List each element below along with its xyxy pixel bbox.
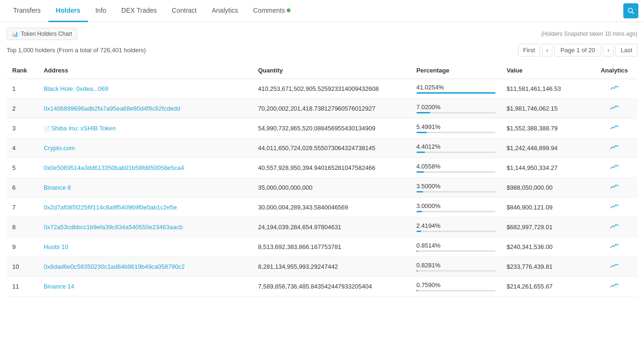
percentage-value: 3.0000%	[416, 202, 495, 209]
address-link[interactable]: Binance 8	[44, 184, 71, 191]
col-header-percentage: Percentage	[411, 62, 501, 79]
main-content: 📊 Token Holders Chart (Holders Snapshot …	[0, 22, 644, 302]
rank-cell: 11	[7, 277, 38, 297]
analytics-chart-icon[interactable]	[610, 263, 619, 271]
snapshot-info: (Holders Snapshot taken 10 mins ago)	[541, 31, 637, 37]
table-row: 1Black Hole: 0xdea...069410,253,671,502,…	[7, 79, 637, 99]
percentage-cell: 3.5000%	[411, 178, 501, 198]
percentage-value: 3.5000%	[416, 183, 495, 190]
analytics-chart-icon[interactable]	[610, 243, 619, 251]
tab-comments[interactable]: Comments	[246, 0, 298, 22]
analytics-cell	[591, 158, 637, 178]
percentage-cell: 7.0200%	[411, 99, 501, 119]
address-link[interactable]: 0x2d7af085f2256f114c8a9f540969f0e0ab1c2e…	[44, 204, 177, 211]
table-row: 6Binance 835,000,000,000,0003.5000%$988,…	[7, 178, 637, 198]
percentage-cell: 41.0254%	[411, 79, 501, 99]
value-cell: $11,581,461,146.53	[501, 79, 591, 99]
quantity-cell: 40,557,928,950,394.940165281047582466	[252, 158, 411, 178]
analytics-cell	[591, 277, 637, 297]
analytics-chart-icon[interactable]	[610, 144, 619, 152]
analytics-chart-icon[interactable]	[610, 104, 619, 112]
value-cell: $1,552,388,388.79	[501, 119, 591, 138]
rank-cell: 5	[7, 158, 38, 178]
quantity-cell: 410,253,671,502,905.525923314009432608	[252, 79, 411, 99]
rank-cell: 7	[7, 198, 38, 217]
next-page-button[interactable]: ›	[603, 44, 613, 56]
tab-transfers[interactable]: Transfers	[6, 0, 48, 22]
address-link[interactable]: 0x72a53cdbbcc1b9efa39c834a540550e23463aa…	[44, 224, 183, 231]
tab-info[interactable]: Info	[88, 0, 114, 22]
analytics-chart-icon[interactable]	[610, 203, 619, 211]
percentage-cell: 3.0000%	[411, 198, 501, 217]
quantity-cell: 7,589,856,736,485.843542447933205404	[252, 277, 411, 297]
percentage-cell: 0.8514%	[411, 237, 501, 257]
value-cell: $1,981,746,062.15	[501, 99, 591, 119]
tab-analytics[interactable]: Analytics	[204, 0, 246, 22]
percentage-cell: 5.4991%	[411, 119, 501, 138]
address-link[interactable]: Huobi 10	[44, 243, 68, 250]
nav-tabs: Transfers Holders Info DEX Trades Contra…	[0, 0, 644, 22]
rank-cell: 6	[7, 178, 38, 198]
address-link[interactable]: Crypto.com	[44, 144, 75, 152]
percentage-bar-fill	[416, 191, 423, 193]
first-page-button[interactable]: First	[518, 44, 540, 56]
percentage-cell: 4.4012%	[411, 138, 501, 158]
percentage-cell: 0.8281%	[411, 257, 501, 277]
percentage-bar-fill	[416, 152, 425, 153]
address-link[interactable]: Binance 14	[44, 283, 74, 290]
rank-cell: 8	[7, 217, 38, 237]
percentage-bar-fill	[416, 112, 430, 113]
address-link[interactable]: 0x0e5069514a3dd613350bab01b58fd850058e5c…	[44, 164, 184, 171]
analytics-chart-icon[interactable]	[610, 164, 619, 172]
holders-table: Rank Address Quantity Percentage Value A…	[7, 62, 637, 297]
analytics-chart-icon[interactable]	[610, 282, 619, 290]
table-row: 4Crypto.com44,011,650,724,028.5550730643…	[7, 138, 637, 158]
analytics-chart-icon[interactable]	[610, 85, 619, 93]
percentage-bar-bg	[416, 270, 495, 272]
address-cell: Huobi 10	[38, 237, 252, 257]
tab-contract[interactable]: Contract	[165, 0, 204, 22]
tab-dex-trades[interactable]: DEX Trades	[114, 0, 164, 22]
percentage-bar-fill	[416, 290, 418, 291]
col-header-analytics: Analytics	[591, 62, 637, 79]
col-header-address: Address	[38, 62, 252, 79]
analytics-cell	[591, 119, 637, 138]
value-cell: $233,776,439.81	[501, 257, 591, 277]
percentage-value: 0.7590%	[416, 281, 495, 289]
rank-cell: 2	[7, 99, 38, 119]
value-cell: $214,261,655.67	[501, 277, 591, 297]
table-row: 100x6dad6e0c58350230c1ad84b9619b49ca0587…	[7, 257, 637, 277]
analytics-cell	[591, 217, 637, 237]
analytics-cell	[591, 79, 637, 99]
percentage-bar-bg	[416, 92, 495, 94]
address-link[interactable]: 0x1406899696adb2fa7a95ea68e80d4f9c82fcde…	[44, 105, 181, 112]
table-row: 3📄Shiba Inu: xSHIB Token54,990,732,865,5…	[7, 119, 637, 138]
percentage-bar-fill	[416, 250, 418, 252]
address-cell: Binance 14	[38, 277, 252, 297]
address-link[interactable]: 📄Shiba Inu: xSHIB Token	[44, 125, 116, 132]
analytics-chart-icon[interactable]	[610, 223, 619, 231]
prev-page-button[interactable]: ‹	[542, 44, 552, 56]
pagination: First ‹ Page 1 of 20 › Last	[518, 44, 637, 56]
page-info: Page 1 of 20	[554, 44, 601, 56]
address-link[interactable]: 0x6dad6e0c58350230c1ad84b9619b49ca058790…	[44, 263, 185, 270]
last-page-button[interactable]: Last	[615, 44, 637, 56]
table-row: 80x72a53cdbbcc1b9efa39c834a540550e23463a…	[7, 217, 637, 237]
search-button[interactable]	[623, 3, 638, 18]
token-holders-chart-button[interactable]: 📊 Token Holders Chart	[7, 28, 77, 40]
address-link[interactable]: Black Hole: 0xdea...069	[44, 85, 108, 92]
percentage-value: 7.0200%	[416, 104, 495, 111]
file-icon: 📄	[44, 126, 50, 131]
analytics-chart-icon[interactable]	[610, 124, 619, 132]
percentage-value: 4.4012%	[416, 143, 495, 150]
rank-cell: 1	[7, 79, 38, 99]
quantity-cell: 70,200,002,201,418.738127960576012927	[252, 99, 411, 119]
tab-holders[interactable]: Holders	[48, 0, 88, 22]
percentage-cell: 2.4194%	[411, 217, 501, 237]
percentage-bar-fill	[416, 231, 421, 232]
percentage-bar-bg	[416, 171, 495, 173]
percentage-bar-bg	[416, 211, 495, 212]
percentage-bar-bg	[416, 250, 495, 252]
table-row: 50x0e5069514a3dd613350bab01b58fd850058e5…	[7, 158, 637, 178]
analytics-chart-icon[interactable]	[610, 184, 619, 192]
